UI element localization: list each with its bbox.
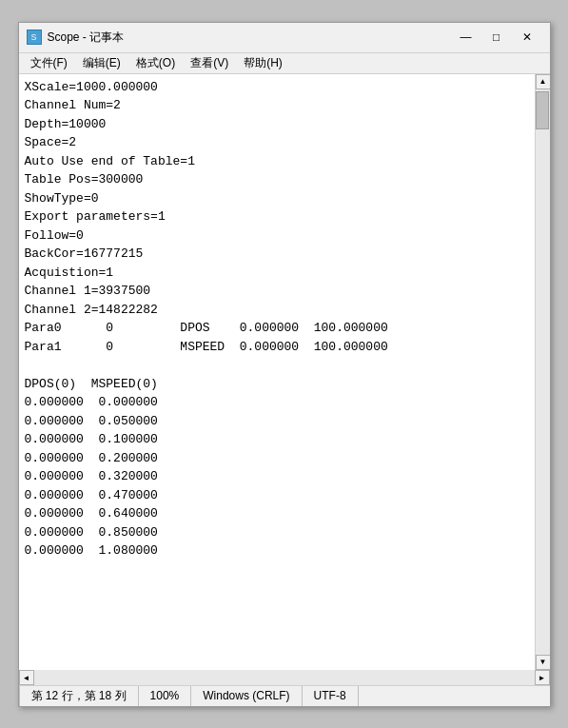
app-icon-text: S: [30, 32, 36, 42]
scroll-up-button[interactable]: ▲: [536, 74, 550, 89]
status-bar: 第 12 行，第 18 列 100% Windows (CRLF) UTF-8: [19, 685, 550, 706]
title-bar-controls: — □ ✕: [451, 26, 542, 49]
menu-file[interactable]: 文件(F): [23, 53, 75, 73]
cursor-position: 第 12 行，第 18 列: [19, 686, 139, 706]
scroll-right-button[interactable]: ►: [535, 670, 550, 685]
encoding: UTF-8: [303, 686, 359, 706]
horizontal-scrollbar[interactable]: ◄ ►: [19, 670, 550, 685]
zoom-level: 100%: [139, 686, 192, 706]
menu-view[interactable]: 查看(V): [183, 53, 236, 73]
close-button[interactable]: ✕: [512, 26, 542, 49]
title-bar: S Scope - 记事本 — □ ✕: [19, 23, 550, 53]
content-area: XScale=1000.000000 Channel Num=2 Depth=1…: [19, 74, 550, 670]
minimize-button[interactable]: —: [451, 26, 481, 49]
title-bar-left: S Scope - 记事本: [27, 30, 125, 46]
scroll-track-horizontal[interactable]: [34, 670, 535, 685]
notepad-window: S Scope - 记事本 — □ ✕ 文件(F) 编辑(E) 格式(O) 查看…: [18, 22, 551, 707]
maximize-button[interactable]: □: [481, 26, 512, 49]
scroll-thumb-vertical[interactable]: [536, 91, 549, 129]
text-editor[interactable]: XScale=1000.000000 Channel Num=2 Depth=1…: [19, 74, 535, 670]
menu-help[interactable]: 帮助(H): [236, 53, 290, 73]
scroll-left-button[interactable]: ◄: [19, 670, 34, 685]
vertical-scrollbar[interactable]: ▲ ▼: [535, 74, 550, 670]
menu-edit[interactable]: 编辑(E): [75, 53, 128, 73]
scroll-down-button[interactable]: ▼: [536, 655, 550, 670]
app-icon: S: [27, 30, 42, 45]
menu-bar: 文件(F) 编辑(E) 格式(O) 查看(V) 帮助(H): [19, 53, 550, 74]
menu-format[interactable]: 格式(O): [128, 53, 183, 73]
scroll-track-vertical[interactable]: [536, 89, 550, 655]
line-ending: Windows (CRLF): [191, 686, 302, 706]
window-title: Scope - 记事本: [48, 30, 125, 46]
